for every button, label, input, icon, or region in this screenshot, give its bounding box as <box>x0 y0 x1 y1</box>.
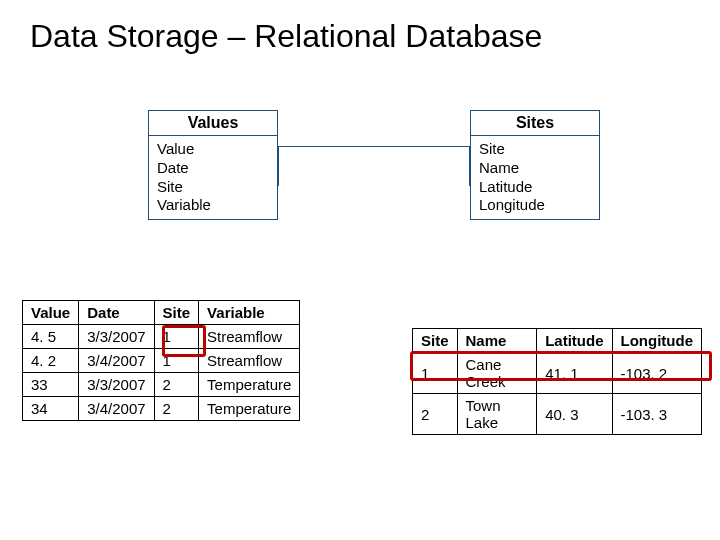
cell: 3/3/2007 <box>79 373 154 397</box>
values-table: Value Date Site Variable 4. 5 3/3/2007 1… <box>22 300 300 421</box>
entity-values-header: Values <box>148 110 278 136</box>
field: Longitude <box>479 196 591 215</box>
cell: 2 <box>154 397 199 421</box>
page-title: Data Storage – Relational Database <box>0 0 720 55</box>
cell: 3/4/2007 <box>79 349 154 373</box>
table-row: 34 3/4/2007 2 Temperature <box>23 397 300 421</box>
col-header: Latitude <box>537 329 612 353</box>
field: Site <box>479 140 591 159</box>
cell: Streamflow <box>199 349 300 373</box>
cell: 4. 2 <box>23 349 79 373</box>
field: Latitude <box>479 178 591 197</box>
field: Variable <box>157 196 269 215</box>
cell: 34 <box>23 397 79 421</box>
col-header: Longitude <box>612 329 701 353</box>
cell: Streamflow <box>199 325 300 349</box>
cell: Town Lake <box>457 394 537 435</box>
field: Value <box>157 140 269 159</box>
table-header-row: Site Name Latitude Longitude <box>413 329 702 353</box>
col-header: Site <box>154 301 199 325</box>
cell: Temperature <box>199 397 300 421</box>
entity-values: Values Value Date Site Variable <box>148 110 278 220</box>
field: Date <box>157 159 269 178</box>
col-header: Name <box>457 329 537 353</box>
col-header: Value <box>23 301 79 325</box>
entity-sites-header: Sites <box>470 110 600 136</box>
cell: 40. 3 <box>537 394 612 435</box>
entity-sites-fields: Site Name Latitude Longitude <box>470 136 600 220</box>
table-row: 33 3/3/2007 2 Temperature <box>23 373 300 397</box>
field: Site <box>157 178 269 197</box>
relationship-connector <box>278 146 470 186</box>
cell: 3/4/2007 <box>79 397 154 421</box>
sites-table: Site Name Latitude Longitude 1 Cane Cree… <box>412 328 702 435</box>
highlight-site-column <box>162 325 206 357</box>
table-header-row: Value Date Site Variable <box>23 301 300 325</box>
cell: Temperature <box>199 373 300 397</box>
entity-values-fields: Value Date Site Variable <box>148 136 278 220</box>
col-header: Site <box>413 329 458 353</box>
schema-diagram: Values Value Date Site Variable Sites Si… <box>0 110 720 270</box>
cell: 4. 5 <box>23 325 79 349</box>
field: Name <box>479 159 591 178</box>
cell: 33 <box>23 373 79 397</box>
entity-sites: Sites Site Name Latitude Longitude <box>470 110 600 220</box>
table-row: 2 Town Lake 40. 3 -103. 3 <box>413 394 702 435</box>
cell: 3/3/2007 <box>79 325 154 349</box>
col-header: Variable <box>199 301 300 325</box>
highlight-site-row <box>410 351 712 381</box>
cell: 2 <box>154 373 199 397</box>
cell: -103. 3 <box>612 394 701 435</box>
col-header: Date <box>79 301 154 325</box>
cell: 2 <box>413 394 458 435</box>
